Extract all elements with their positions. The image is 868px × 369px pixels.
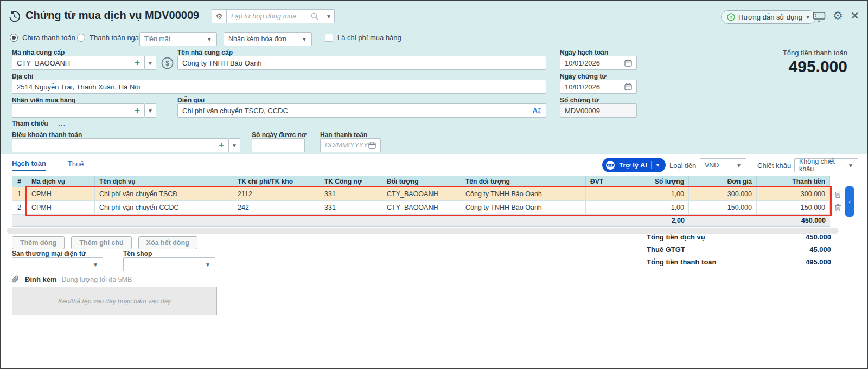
payment-method-dropdown[interactable]: Tiền mặt ▼ (139, 32, 217, 46)
purchase-cost-checkbox[interactable]: Là chi phí mua hàng (325, 34, 401, 42)
table-cell[interactable] (586, 201, 629, 215)
currency-dropdown[interactable]: VND ▼ (700, 158, 746, 172)
search-settings-button[interactable]: ⚙ (212, 9, 227, 23)
document-no-input[interactable]: MDV00009 (560, 103, 637, 118)
table-cell[interactable]: 300.000 (689, 187, 757, 201)
file-dropzone[interactable]: Kéo/thả tệp vào đây hoặc bấm vào đây (12, 287, 217, 315)
summary-row: Tổng tiền dịch vụ450.000 (647, 231, 831, 243)
calendar-icon[interactable] (368, 141, 376, 149)
tab-tax[interactable]: Thuế (68, 160, 84, 170)
radio-unpaid[interactable]: Chưa thanh toán (10, 34, 75, 42)
table-cell[interactable]: Công ty TNHH Bảo Oanh (461, 187, 586, 201)
table-cell[interactable]: CTY_BAOOANH (382, 201, 461, 215)
document-date-value: 10/01/2026 (565, 83, 600, 91)
employee-dropdown-button[interactable]: ▼ (145, 103, 156, 118)
description-value: Chi phí vận chuyển TSCĐ, CCDC (182, 107, 288, 115)
radio-pay-now[interactable]: Thanh toán ngay (77, 34, 143, 42)
payment-terms-dropdown-button[interactable]: ▼ (229, 138, 240, 152)
search-dropdown-button[interactable]: ▼ (323, 9, 335, 23)
delete-row-button[interactable] (832, 201, 843, 215)
employee-input[interactable]: + (12, 103, 145, 118)
calendar-icon[interactable] (624, 59, 632, 67)
payment-terms-label: Điều khoản thanh toán (12, 131, 82, 139)
reference-more-link[interactable]: ... (58, 119, 66, 128)
table-cell[interactable]: CTY_BAOOANH (382, 187, 461, 201)
gear-icon: ⚙ (216, 12, 223, 21)
table-cell[interactable] (586, 187, 629, 201)
table-cell[interactable]: 150.000 (689, 201, 757, 215)
table-cell[interactable]: 1,00 (629, 201, 689, 215)
shortcut-keyboard-icon[interactable] (813, 11, 826, 22)
summary-row: Thuế GTGT45.000 (647, 243, 831, 256)
purchase-cost-label: Là chi phí mua hàng (337, 34, 401, 42)
page-title: Chứng từ mua dịch vụ MDV00009 (25, 9, 199, 22)
supplier-name-input[interactable]: Công ty TNHH Bảo Oanh (177, 56, 546, 70)
posting-date-input[interactable]: 10/01/2026 (560, 56, 637, 70)
ai-assistant-label: Trợ lý AI (619, 161, 647, 169)
total-quantity: 2,00 (629, 215, 689, 226)
history-icon[interactable] (8, 10, 21, 23)
table-cell[interactable]: 242 (233, 201, 320, 215)
delete-all-rows-button[interactable]: Xóa hết dòng (138, 236, 197, 249)
close-icon[interactable]: ✕ (851, 10, 859, 22)
radio-unpaid-label: Chưa thanh toán (22, 34, 75, 42)
table-cell[interactable]: 331 (320, 187, 382, 201)
add-icon[interactable]: + (135, 57, 140, 68)
table-cell[interactable]: 2 (12, 201, 27, 215)
credit-days-label: Số ngày được nợ (252, 131, 306, 139)
table-cell[interactable]: 150.000 (757, 201, 830, 215)
table-cell[interactable]: Công ty TNHH Bảo Oanh (461, 201, 586, 215)
address-value: 2514 Nguyễn Trãi, Thanh Xuân, Hà Nội (17, 83, 140, 91)
table-cell[interactable]: Chi phí vận chuyển CCDC (95, 201, 233, 215)
invoice-option-value: Nhận kèm hóa đơn (228, 35, 286, 43)
delete-row-button[interactable] (832, 187, 843, 201)
column-header: Đơn giá (689, 176, 757, 187)
table-cell[interactable]: 1,00 (629, 187, 689, 201)
calendar-icon[interactable] (624, 83, 632, 90)
payment-terms-input[interactable]: + (12, 138, 229, 152)
table-cell[interactable]: 1 (12, 187, 27, 201)
supplier-code-dropdown-button[interactable]: ▼ (145, 56, 156, 70)
help-guide-button[interactable]: ? Hướng dẫn sử dụng ▼ (721, 10, 816, 24)
totals-cell (382, 215, 461, 226)
table-cell[interactable]: CPMH (27, 187, 95, 201)
address-input[interactable]: 2514 Nguyễn Trãi, Thanh Xuân, Hà Nội (12, 80, 546, 94)
totals-cell (586, 215, 629, 226)
table-cell[interactable]: Chi phí vận chuyển TSCĐ (95, 187, 233, 201)
table-cell[interactable]: 2112 (233, 187, 320, 201)
shop-name-dropdown[interactable]: ▼ (123, 257, 215, 271)
add-icon[interactable]: + (219, 140, 224, 151)
discount-dropdown[interactable]: Không chiết khấu ▼ (794, 158, 858, 172)
service-purchase-document-window: Chứng từ mua dịch vụ MDV00009 ⚙ Lập từ h… (0, 0, 868, 369)
side-panel-toggle[interactable]: ‹ (845, 186, 854, 217)
totals-cell (689, 215, 757, 226)
add-note-button[interactable]: Thêm ghi chú (71, 236, 131, 249)
table-cell[interactable]: 300.000 (757, 187, 830, 201)
add-row-button[interactable]: Thêm dòng (12, 236, 65, 249)
column-header: TK Công nợ (320, 176, 382, 187)
table-cell[interactable]: CPMH (27, 201, 95, 215)
add-icon[interactable]: + (135, 105, 140, 116)
due-date-input[interactable]: DD/MM/YYYY (320, 138, 381, 152)
ecommerce-platform-dropdown[interactable]: ▼ (12, 257, 103, 271)
document-date-input[interactable]: 10/01/2026 (560, 80, 637, 94)
table-header-row: #Mã dịch vụTên dịch vụTK chi phí/TK khoT… (12, 176, 830, 187)
help-guide-label: Hướng dẫn sử dụng (738, 13, 802, 21)
translate-icon[interactable]: A (532, 106, 541, 115)
description-input[interactable]: Chi phí vận chuyển TSCĐ, CCDC A (177, 103, 546, 118)
settings-gear-icon[interactable]: ⚙ (833, 9, 843, 22)
tab-accounting[interactable]: Hạch toán (12, 159, 46, 171)
chevron-down-icon: ▼ (655, 163, 660, 168)
invoice-option-dropdown[interactable]: Nhận kèm hóa đơn ▼ (224, 32, 312, 46)
ai-assistant-button[interactable]: Trợ lý AI ▼ (602, 158, 666, 172)
currency-exchange-icon[interactable]: $ (161, 57, 174, 69)
help-question-icon: ? (727, 13, 735, 21)
table-cell[interactable]: 331 (320, 201, 382, 215)
summary-label: Tổng tiền dịch vụ (647, 233, 705, 241)
supplier-code-input[interactable]: CTY_BAOOANH + (12, 56, 145, 70)
credit-days-input[interactable] (252, 138, 305, 152)
contract-search-input[interactable]: Lập từ hợp đồng mua (227, 9, 323, 23)
total-payment-banner-value: 495.000 (789, 57, 847, 76)
supplier-name-value: Công ty TNHH Bảo Oanh (182, 59, 261, 67)
search-icon (311, 12, 318, 20)
